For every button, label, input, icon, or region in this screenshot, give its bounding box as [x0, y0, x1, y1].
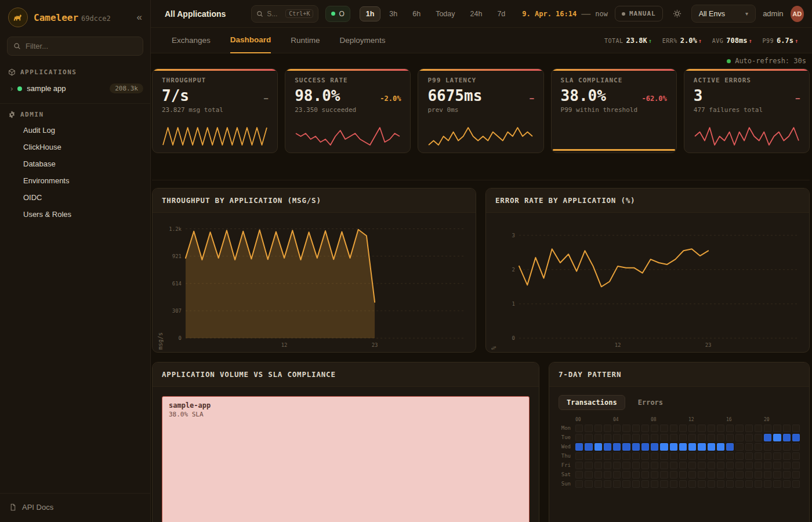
global-search[interactable]: Ctrl+K	[251, 5, 318, 23]
heatmap-cell[interactable]	[575, 443, 583, 451]
heatmap-cell[interactable]	[641, 471, 649, 478]
heatmap-cell[interactable]	[698, 462, 705, 469]
sidebar-app-sample-app[interactable]: ›sample app208.3k	[0, 79, 150, 97]
sidebar-item-database[interactable]: Database	[0, 155, 150, 172]
heatmap-cell[interactable]	[783, 425, 791, 432]
heatmap-cell[interactable]	[632, 434, 640, 441]
time-range-today[interactable]: Today	[429, 6, 461, 21]
heatmap-cell[interactable]	[688, 443, 696, 451]
heatmap-cell[interactable]	[622, 434, 630, 441]
heatmap-cell[interactable]	[755, 443, 762, 451]
heatmap-cell[interactable]	[708, 471, 715, 478]
heatmap-cell[interactable]	[698, 443, 705, 451]
heatmap-cell[interactable]	[632, 462, 640, 469]
heatmap-cell[interactable]	[604, 462, 611, 469]
heatmap-cell[interactable]	[670, 425, 677, 432]
heatmap-cell[interactable]	[613, 452, 621, 460]
heatmap-cell[interactable]	[679, 452, 687, 460]
heatmap-cell[interactable]	[651, 462, 658, 469]
heatmap-cell[interactable]	[792, 434, 800, 441]
heatmap-cell[interactable]	[594, 452, 602, 460]
manual-refresh-button[interactable]: MANUAL	[615, 6, 663, 21]
heatmap-cell[interactable]	[773, 452, 781, 460]
heatmap-cell[interactable]	[708, 443, 715, 451]
heatmap-cell[interactable]	[594, 443, 602, 451]
heatmap-cell[interactable]	[670, 480, 677, 488]
heatmap-cell[interactable]	[783, 471, 791, 478]
heatmap-cell[interactable]	[660, 434, 668, 441]
time-range-6h[interactable]: 6h	[406, 6, 427, 21]
heatmap-cell[interactable]	[594, 434, 602, 441]
heatmap-cell[interactable]	[773, 480, 781, 488]
heatmap-cell[interactable]	[717, 480, 724, 488]
heatmap-cell[interactable]	[764, 471, 771, 478]
heatmap-cell[interactable]	[679, 471, 687, 478]
heatmap-cell[interactable]	[773, 434, 781, 441]
heatmap-cell[interactable]	[651, 443, 658, 451]
heatmap-cell[interactable]	[688, 425, 696, 432]
heatmap-cell[interactable]	[698, 480, 705, 488]
heatmap-cell[interactable]	[575, 425, 583, 432]
sidebar-item-users-roles[interactable]: Users & Roles	[0, 206, 150, 223]
heatmap-cell[interactable]	[764, 462, 771, 469]
sidebar-collapse-button[interactable]: «	[137, 12, 142, 23]
heatmap-cell[interactable]	[745, 452, 753, 460]
sidebar-item-environments[interactable]: Environments	[0, 172, 150, 189]
heatmap-cell[interactable]	[745, 434, 753, 441]
heatmap-cell[interactable]	[735, 425, 743, 432]
heatmap-cell[interactable]	[773, 425, 781, 432]
heatmap-cell[interactable]	[651, 425, 658, 432]
heatmap-cell[interactable]	[735, 471, 743, 478]
heatmap-tab-errors[interactable]: Errors	[630, 395, 671, 410]
heatmap-cell[interactable]	[622, 425, 630, 432]
heatmap-cell[interactable]	[604, 434, 611, 441]
heatmap-cell[interactable]	[622, 452, 630, 460]
heatmap-cell[interactable]	[632, 443, 640, 451]
heatmap-cell[interactable]	[651, 452, 658, 460]
heatmap-cell[interactable]	[575, 434, 583, 441]
heatmap-cell[interactable]	[670, 443, 677, 451]
heatmap-cell[interactable]	[670, 462, 677, 469]
time-range-24h[interactable]: 24h	[464, 6, 489, 21]
heatmap-cell[interactable]	[585, 471, 592, 478]
heatmap-cell[interactable]	[783, 480, 791, 488]
heatmap-cell[interactable]	[651, 480, 658, 488]
heatmap-cell[interactable]	[717, 434, 724, 441]
heatmap-cell[interactable]	[585, 452, 592, 460]
time-range-1h[interactable]: 1h	[360, 6, 381, 21]
heatmap-cell[interactable]	[641, 462, 649, 469]
health-status-pill[interactable]: O	[325, 6, 350, 22]
heatmap-cell[interactable]	[641, 452, 649, 460]
heatmap-cell[interactable]	[575, 471, 583, 478]
heatmap-cell[interactable]	[717, 425, 724, 432]
heatmap-cell[interactable]	[783, 443, 791, 451]
heatmap-cell[interactable]	[773, 471, 781, 478]
heatmap-cell[interactable]	[792, 480, 800, 488]
filter-input[interactable]	[26, 42, 137, 50]
heatmap-cell[interactable]	[688, 471, 696, 478]
time-window[interactable]: 9. Apr. 16:14 — now	[522, 9, 608, 19]
heatmap-cell[interactable]	[670, 452, 677, 460]
heatmap-cell[interactable]	[783, 452, 791, 460]
heatmap-cell[interactable]	[755, 434, 762, 441]
heatmap-cell[interactable]	[660, 471, 668, 478]
heatmap-cell[interactable]	[641, 425, 649, 432]
heatmap-cell[interactable]	[735, 480, 743, 488]
heatmap-cell[interactable]	[773, 462, 781, 469]
heatmap-cell[interactable]	[604, 480, 611, 488]
heatmap-cell[interactable]	[708, 425, 715, 432]
heatmap-cell[interactable]	[755, 452, 762, 460]
heatmap-cell[interactable]	[726, 443, 734, 451]
heatmap-cell[interactable]	[585, 480, 592, 488]
heatmap-cell[interactable]	[698, 425, 705, 432]
heatmap-cell[interactable]	[764, 425, 771, 432]
heatmap-cell[interactable]	[585, 443, 592, 451]
theme-toggle-button[interactable]	[670, 5, 684, 23]
heatmap-cell[interactable]	[660, 425, 668, 432]
heatmap-cell[interactable]	[764, 434, 771, 441]
heatmap-cell[interactable]	[679, 425, 687, 432]
heatmap-cell[interactable]	[613, 425, 621, 432]
heatmap-cell[interactable]	[698, 452, 705, 460]
heatmap-cell[interactable]	[670, 471, 677, 478]
heatmap-cell[interactable]	[708, 462, 715, 469]
